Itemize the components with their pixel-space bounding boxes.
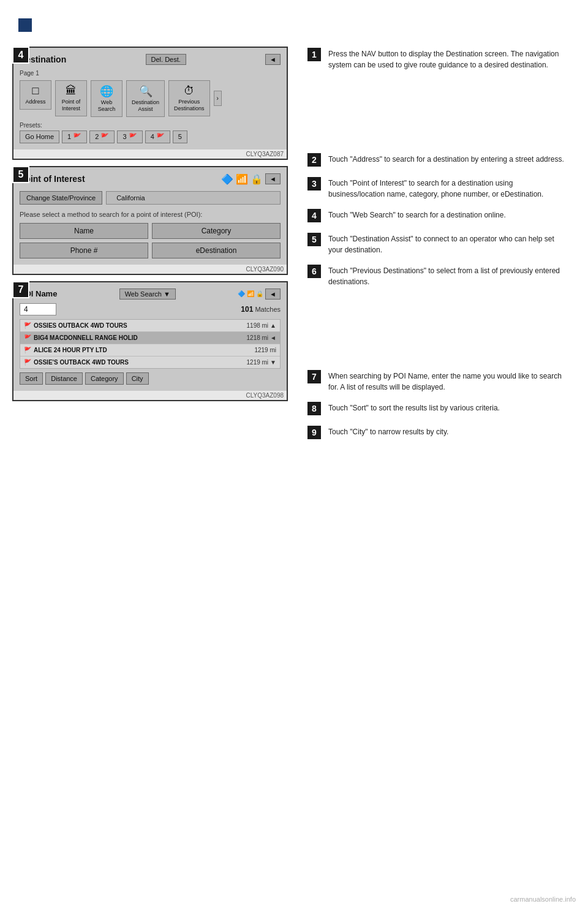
annotation-4: 4 Touch "Web Search" to search for a des… bbox=[306, 208, 570, 224]
bluetooth-icon-2: 🔷 bbox=[238, 290, 245, 297]
right-column: 1 Press the NAV button to display the De… bbox=[288, 47, 570, 445]
annotation-7-badge: 7 bbox=[306, 369, 322, 385]
result-item-3-left: 🚩 ALICE 24 HOUR PTY LTD bbox=[24, 347, 107, 353]
annotation-4-text: Touch "Web Search" to search for a desti… bbox=[328, 208, 506, 221]
annotation-9-text: Touch "City" to narrow results by city. bbox=[328, 424, 448, 437]
back-button[interactable]: ◄ bbox=[265, 54, 281, 65]
method-edestination-button[interactable]: eDestination bbox=[152, 243, 281, 258]
web-search-icon-item[interactable]: 🌐 WebSearch bbox=[91, 80, 123, 117]
annotation-5: 5 Touch "Destination Assist" to connect … bbox=[306, 232, 570, 255]
prev-dest-icon: ⏱ bbox=[184, 85, 195, 97]
preset-2[interactable]: 2 🚩 bbox=[89, 130, 115, 143]
dest-header: Destination Del. Dest. ◄ bbox=[20, 54, 281, 65]
poi-back-button[interactable]: ◄ bbox=[265, 173, 281, 184]
distance-button[interactable]: Distance bbox=[45, 372, 83, 385]
annotation-6-badge: 6 bbox=[306, 263, 322, 279]
web-search-icon: 🌐 bbox=[100, 85, 113, 98]
result-2-distance: 1218 mi ◄ bbox=[247, 334, 276, 341]
poi-state-row: Change State/Province California bbox=[20, 191, 281, 205]
more-button[interactable]: › bbox=[214, 91, 222, 106]
dest-assist-icon-item[interactable]: 🔍 DestinationAssist bbox=[126, 80, 165, 117]
poi-icon: 🏛 bbox=[66, 85, 77, 97]
result-3-distance: 1219 mi bbox=[254, 347, 276, 353]
watermark: carmanualsonline.info bbox=[510, 896, 576, 903]
poi-screen: Point of Interest 🔷 📶 🔒 ◄ Change State/P… bbox=[13, 167, 287, 265]
panel-4: 4 Destination Del. Dest. ◄ Page 1 □ Addr… bbox=[12, 47, 288, 160]
results-count: 101 Matches bbox=[241, 305, 281, 314]
poi-status-icons: 🔷 📶 🔒 ◄ bbox=[221, 173, 281, 185]
annotation-7: 7 When searching by POI Name, enter the … bbox=[306, 369, 570, 393]
result-item-1[interactable]: 🚩 OSSIES OUTBACK 4WD TOURS 1198 mi ▲ bbox=[20, 320, 280, 332]
annotation-9-badge: 9 bbox=[306, 424, 322, 440]
web-search-dropdown-button[interactable]: Web Search ▼ bbox=[119, 289, 176, 300]
results-header: POI Name Web Search ▼ 🔷 📶 🔒 ◄ bbox=[20, 289, 281, 300]
annotation-8: 8 Touch "Sort" to sort the results list … bbox=[306, 401, 570, 417]
poi-icon-item[interactable]: 🏛 Point ofInterest bbox=[55, 80, 87, 116]
preset-1[interactable]: 1 🚩 bbox=[62, 130, 87, 143]
panel-7: 7 POI Name Web Search ▼ 🔷 📶 🔒 ◄ bbox=[12, 281, 288, 401]
annotation-8-text: Touch "Sort" to sort the results list by… bbox=[328, 401, 500, 413]
results-back-button[interactable]: ◄ bbox=[265, 289, 281, 300]
method-phone-button[interactable]: Phone # bbox=[20, 243, 148, 258]
address-icon-item[interactable]: □ Address bbox=[20, 80, 51, 110]
state-value: California bbox=[106, 191, 281, 205]
dest-icons-row: □ Address 🏛 Point ofInterest 🌐 WebSearch bbox=[20, 80, 281, 117]
result-4-distance: 1219 mi ▼ bbox=[247, 359, 276, 366]
presets-label: Presets: bbox=[20, 122, 281, 129]
lock-icon-2: 🔒 bbox=[256, 290, 263, 297]
section-indicator bbox=[18, 18, 32, 32]
panel-5-badge: 5 bbox=[12, 166, 29, 183]
result-item-4-left: 🚩 OSSIE'S OUTBACK 4WD TOURS bbox=[24, 359, 129, 366]
result-4-arrow: ▼ bbox=[270, 359, 276, 366]
result-2-arrow: ◄ bbox=[270, 334, 276, 341]
result-item-3[interactable]: 🚩 ALICE 24 HOUR PTY LTD 1219 mi bbox=[20, 344, 280, 356]
sort-row: Sort Distance Category City bbox=[20, 372, 281, 385]
result-item-2-left: 🚩 BIG4 MACDONNELL RANGE HOLID bbox=[24, 334, 138, 341]
result-4-name: OSSIE'S OUTBACK 4WD TOURS bbox=[34, 359, 129, 366]
poi-method-label: Please select a method to search for a p… bbox=[20, 211, 281, 218]
panel-5-code: CLYQ3AZ090 bbox=[13, 265, 287, 274]
results-list: 🚩 OSSIES OUTBACK 4WD TOURS 1198 mi ▲ 🚩 bbox=[20, 319, 281, 369]
prev-dest-icon-item[interactable]: ⏱ PreviousDestinations bbox=[168, 80, 210, 116]
preset-4[interactable]: 4 🚩 bbox=[145, 130, 170, 143]
poi-search-input[interactable] bbox=[20, 303, 56, 315]
results-input-row: 101 Matches bbox=[20, 303, 281, 315]
city-button[interactable]: City bbox=[126, 372, 149, 385]
result-4-icon: 🚩 bbox=[24, 359, 31, 366]
poi-method-grid: Name Category Phone # eDestination bbox=[20, 223, 281, 258]
annotation-4-badge: 4 bbox=[306, 208, 322, 224]
prev-dest-label: PreviousDestinations bbox=[174, 99, 205, 112]
preset-5[interactable]: 5 bbox=[173, 130, 187, 143]
annotation-8-badge: 8 bbox=[306, 401, 322, 417]
result-item-2[interactable]: 🚩 BIG4 MACDONNELL RANGE HOLID 1218 mi ◄ bbox=[20, 332, 280, 344]
annotation-6: 6 Touch "Previous Destinations" to selec… bbox=[306, 263, 570, 287]
bluetooth-icon: 🔷 bbox=[221, 173, 233, 185]
sort-button[interactable]: Sort bbox=[20, 372, 43, 385]
annotation-1-badge: 1 bbox=[306, 47, 322, 62]
method-name-button[interactable]: Name bbox=[20, 223, 148, 239]
preset-go-home[interactable]: Go Home bbox=[20, 130, 59, 143]
result-item-4[interactable]: 🚩 OSSIE'S OUTBACK 4WD TOURS 1219 mi ▼ bbox=[20, 356, 280, 368]
annotation-9: 9 Touch "City" to narrow results by city… bbox=[306, 424, 570, 440]
page-label: Page 1 bbox=[20, 70, 281, 77]
dest-assist-label: DestinationAssist bbox=[132, 99, 159, 113]
method-category-button[interactable]: Category bbox=[152, 223, 281, 239]
panel-5: 5 Point of Interest 🔷 📶 🔒 ◄ bbox=[12, 166, 288, 275]
panel-4-code: CLYQ3AZ087 bbox=[13, 149, 287, 159]
annotation-1: 1 Press the NAV button to display the De… bbox=[306, 47, 570, 70]
result-3-name: ALICE 24 HOUR PTY LTD bbox=[34, 347, 107, 353]
signal-icon: 📶 bbox=[236, 173, 248, 185]
annotation-7-text: When searching by POI Name, enter the na… bbox=[328, 369, 570, 393]
poi-label: Point ofInterest bbox=[62, 99, 81, 112]
annotation-3: 3 Touch "Point of Interest" to search fo… bbox=[306, 176, 570, 200]
dest-assist-icon: 🔍 bbox=[139, 85, 153, 98]
result-1-name: OSSIES OUTBACK 4WD TOURS bbox=[34, 322, 127, 329]
del-dest-button[interactable]: Del. Dest. bbox=[146, 54, 186, 65]
category-button[interactable]: Category bbox=[85, 372, 124, 385]
poi-header: Point of Interest 🔷 📶 🔒 ◄ bbox=[20, 173, 281, 185]
presets-row: Presets: Go Home 1 🚩 2 🚩 3 🚩 4 🚩 5 bbox=[20, 122, 281, 143]
result-2-icon: 🚩 bbox=[24, 334, 31, 341]
preset-3[interactable]: 3 🚩 bbox=[117, 130, 142, 143]
page-container: 4 Destination Del. Dest. ◄ Page 1 □ Addr… bbox=[0, 0, 588, 909]
change-state-button[interactable]: Change State/Province bbox=[20, 191, 102, 205]
